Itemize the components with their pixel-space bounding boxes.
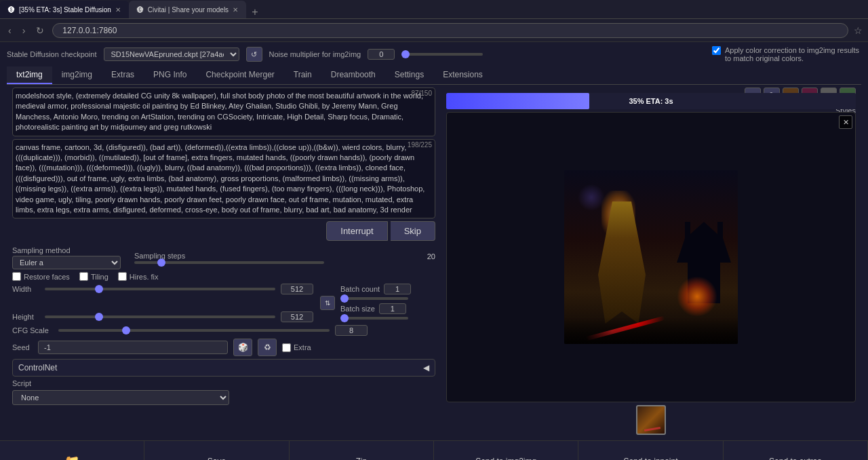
tab-label-sd: [35% ETA: 3s] Stable Diffusion [19, 6, 111, 14]
batch-size-input[interactable] [379, 303, 406, 314]
thumbnail-0[interactable] [636, 405, 666, 435]
browser-tabs-row: 🅢 [35% ETA: 3s] Stable Diffusion ✕ 🅒 Civ… [0, 0, 868, 19]
noise-slider[interactable] [401, 53, 483, 56]
tab-train[interactable]: Train [284, 66, 321, 84]
save-button[interactable]: Save [144, 441, 289, 460]
batch-count-input[interactable] [384, 284, 411, 294]
top-config-row: Stable Diffusion checkpoint SD15NewVAEpr… [7, 46, 861, 62]
main-tabs: txt2img img2img Extras PNG Info Checkpoi… [7, 66, 861, 85]
reload-btn[interactable]: ↻ [33, 24, 47, 37]
color-correction-label: Apply color correction to img2img result… [725, 46, 861, 62]
bookmark-btn[interactable]: ☆ [854, 25, 863, 36]
send-extras-button[interactable]: Send to extras [724, 441, 868, 460]
cfg-row: CFG Scale [12, 325, 435, 336]
extra-seed-checkbox[interactable] [282, 343, 291, 352]
skip-button[interactable]: Skip [391, 221, 435, 241]
tab-civitai[interactable]: 🅒 Civitai | Share your models ✕ [129, 1, 246, 18]
tab-settings[interactable]: Settings [385, 66, 433, 84]
controlnet-row[interactable]: ControlNet ◀ [12, 359, 435, 377]
tab-stable-diffusion[interactable]: 🅢 [35% ETA: 3s] Stable Diffusion ✕ [0, 1, 129, 18]
tab-close-sd[interactable]: ✕ [115, 6, 121, 14]
script-row: Script None [12, 379, 435, 405]
height-row: Height [12, 311, 335, 322]
width-label: Width [12, 285, 39, 293]
seed-label: Seed [12, 343, 33, 351]
zip-button[interactable]: Zip [290, 441, 434, 460]
tab-dreambooth[interactable]: Dreambooth [321, 66, 385, 84]
open-folder-button[interactable]: 📁 [0, 441, 144, 460]
noise-input[interactable] [368, 49, 395, 60]
send-img2img-label: Send to img2img [475, 457, 536, 461]
tab-png-info[interactable]: PNG Info [144, 66, 196, 84]
negative-prompt-text[interactable]: canvas frame, cartoon, 3d, (disfigured))… [16, 142, 432, 216]
cfg-label: CFG Scale [12, 326, 53, 334]
positive-prompt-text[interactable]: modelshoot style, (extremely detailed CG… [16, 91, 432, 133]
thumbnail-strip [446, 402, 856, 438]
seed-row: Seed 🎲 ♻ Extra [12, 339, 435, 356]
send-inpaint-label: Send to inpaint [623, 457, 677, 461]
tab-checkpoint-merger[interactable]: Checkpoint Merger [196, 66, 283, 84]
sampling-method-select[interactable]: Euler a [12, 256, 121, 269]
progress-bar-section: 35% ETA: 3s [446, 93, 856, 112]
restore-faces-checkbox[interactable] [12, 272, 21, 281]
color-correction-section: Apply color correction to img2img result… [712, 46, 861, 62]
swap-dimensions-btn[interactable]: ⇅ [320, 296, 335, 310]
height-input[interactable] [281, 311, 313, 322]
extra-seed-label: Extra [294, 343, 311, 351]
width-slider[interactable] [45, 288, 275, 290]
left-panel: 87/150 modelshoot style, (extremely deta… [7, 85, 441, 440]
width-input[interactable] [281, 284, 313, 294]
noise-section: Noise multiplier for img2img [269, 49, 706, 60]
checkpoint-refresh-btn[interactable]: ↺ [246, 47, 262, 62]
interrupt-button[interactable]: Interrupt [326, 221, 387, 241]
folder-icon: 📁 [64, 454, 79, 461]
tab-extensions[interactable]: Extensions [433, 66, 492, 84]
cfg-input[interactable] [335, 325, 368, 336]
batch-size-slider[interactable] [340, 317, 408, 320]
fire-glow [677, 276, 717, 317]
tab-txt2img[interactable]: txt2img [7, 66, 52, 84]
negative-token-count: 198/225 [408, 141, 432, 149]
color-correction-checkbox[interactable] [712, 46, 721, 55]
batch-count-slider[interactable] [340, 297, 408, 300]
seed-recycle-btn[interactable]: ♻ [258, 339, 277, 356]
send-inpaint-button[interactable]: Send to inpaint [578, 441, 723, 460]
address-input[interactable]: 127.0.0.1:7860 [52, 23, 848, 38]
batch-size-label: Batch size [340, 305, 375, 313]
hires-fix-checkbox[interactable] [118, 272, 127, 281]
save-label: Save [208, 457, 226, 461]
send-img2img-button[interactable]: Send to img2img [434, 441, 578, 460]
forward-btn[interactable]: › [20, 24, 28, 37]
height-slider[interactable] [45, 315, 275, 318]
dimensions-batch-section: Width ⇅ Height [12, 284, 435, 322]
generated-image [564, 170, 738, 344]
tiling-checkbox[interactable] [79, 272, 88, 281]
sampling-method-group: Sampling method Euler a [12, 246, 121, 269]
batch-count-group: Batch count [340, 284, 435, 300]
positive-prompt-box[interactable]: 87/150 modelshoot style, (extremely deta… [12, 88, 435, 136]
checkpoint-select[interactable]: SD15NewVAEpruned.ckpt [27a4ac756c] [104, 47, 239, 61]
back-btn[interactable]: ‹ [5, 24, 14, 37]
script-select[interactable]: None [12, 390, 229, 405]
app-container: Stable Diffusion checkpoint SD15NewVAEpr… [0, 42, 868, 440]
noise-label: Noise multiplier for img2img [269, 50, 361, 58]
new-tab-btn[interactable]: + [246, 6, 263, 18]
steps-slider[interactable] [134, 261, 324, 264]
controlnet-chevron-icon: ◀ [423, 363, 429, 372]
progress-bar-inner [446, 93, 589, 109]
batch-size-group: Batch size [340, 303, 435, 320]
bottom-action-bar: 📁 Save Zip Send to img2img Send to inpai… [0, 440, 868, 460]
sampling-method-label: Sampling method [12, 246, 121, 254]
tab-extras[interactable]: Extras [102, 66, 144, 84]
tab-close-civitai[interactable]: ✕ [233, 6, 238, 14]
send-extras-label: Send to extras [769, 457, 821, 461]
tab-label-civitai: Civitai | Share your models [148, 6, 229, 14]
seed-input[interactable] [38, 341, 228, 354]
tab-img2img[interactable]: img2img [52, 66, 102, 84]
batch-count-label: Batch count [340, 285, 380, 293]
seed-random-btn[interactable]: 🎲 [233, 339, 252, 356]
cfg-slider[interactable] [58, 329, 330, 332]
negative-prompt-box[interactable]: 198/225 canvas frame, cartoon, 3d, (disf… [12, 139, 435, 219]
restore-faces-label: Restore faces [24, 273, 70, 281]
close-image-btn[interactable]: ✕ [839, 115, 852, 129]
